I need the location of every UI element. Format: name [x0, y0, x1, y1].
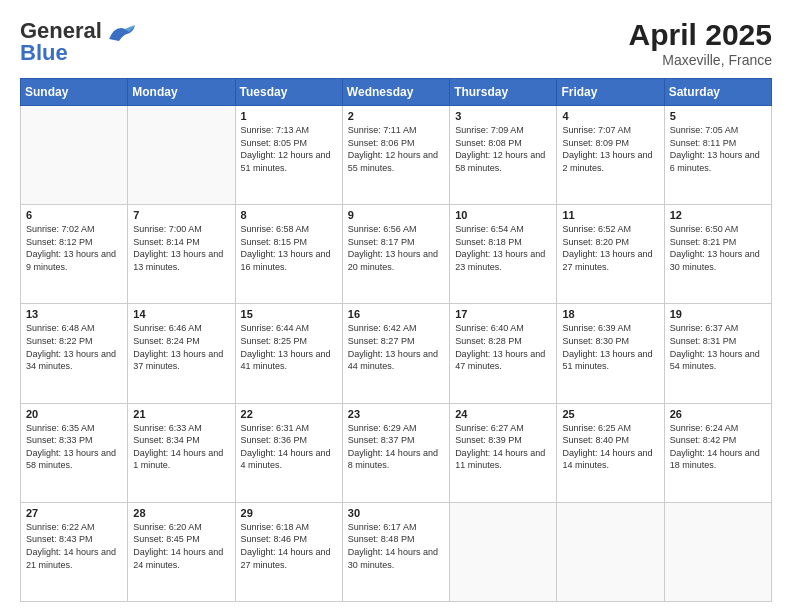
day-info: Sunrise: 6:17 AM Sunset: 8:48 PM Dayligh… — [348, 521, 444, 571]
day-number: 19 — [670, 308, 766, 320]
day-number: 3 — [455, 110, 551, 122]
day-number: 29 — [241, 507, 337, 519]
day-cell: 25Sunrise: 6:25 AM Sunset: 8:40 PM Dayli… — [557, 403, 664, 502]
day-cell: 26Sunrise: 6:24 AM Sunset: 8:42 PM Dayli… — [664, 403, 771, 502]
day-cell: 15Sunrise: 6:44 AM Sunset: 8:25 PM Dayli… — [235, 304, 342, 403]
day-cell: 30Sunrise: 6:17 AM Sunset: 8:48 PM Dayli… — [342, 502, 449, 601]
day-number: 20 — [26, 408, 122, 420]
day-info: Sunrise: 6:39 AM Sunset: 8:30 PM Dayligh… — [562, 322, 658, 372]
day-cell: 14Sunrise: 6:46 AM Sunset: 8:24 PM Dayli… — [128, 304, 235, 403]
day-number: 14 — [133, 308, 229, 320]
logo-blue: Blue — [20, 40, 68, 66]
day-cell: 8Sunrise: 6:58 AM Sunset: 8:15 PM Daylig… — [235, 205, 342, 304]
day-number: 17 — [455, 308, 551, 320]
day-cell: 13Sunrise: 6:48 AM Sunset: 8:22 PM Dayli… — [21, 304, 128, 403]
day-cell — [664, 502, 771, 601]
day-info: Sunrise: 6:25 AM Sunset: 8:40 PM Dayligh… — [562, 422, 658, 472]
day-number: 8 — [241, 209, 337, 221]
day-info: Sunrise: 6:24 AM Sunset: 8:42 PM Dayligh… — [670, 422, 766, 472]
day-cell — [21, 106, 128, 205]
day-info: Sunrise: 7:13 AM Sunset: 8:05 PM Dayligh… — [241, 124, 337, 174]
day-number: 9 — [348, 209, 444, 221]
day-info: Sunrise: 6:22 AM Sunset: 8:43 PM Dayligh… — [26, 521, 122, 571]
day-cell: 22Sunrise: 6:31 AM Sunset: 8:36 PM Dayli… — [235, 403, 342, 502]
day-cell — [557, 502, 664, 601]
day-number: 6 — [26, 209, 122, 221]
day-number: 7 — [133, 209, 229, 221]
day-number: 5 — [670, 110, 766, 122]
day-cell: 7Sunrise: 7:00 AM Sunset: 8:14 PM Daylig… — [128, 205, 235, 304]
col-header-friday: Friday — [557, 79, 664, 106]
day-cell — [128, 106, 235, 205]
day-cell: 16Sunrise: 6:42 AM Sunset: 8:27 PM Dayli… — [342, 304, 449, 403]
week-row-4: 20Sunrise: 6:35 AM Sunset: 8:33 PM Dayli… — [21, 403, 772, 502]
day-info: Sunrise: 7:09 AM Sunset: 8:08 PM Dayligh… — [455, 124, 551, 174]
col-header-saturday: Saturday — [664, 79, 771, 106]
day-info: Sunrise: 6:42 AM Sunset: 8:27 PM Dayligh… — [348, 322, 444, 372]
logo: General Blue — [20, 18, 137, 66]
day-number: 12 — [670, 209, 766, 221]
day-cell: 17Sunrise: 6:40 AM Sunset: 8:28 PM Dayli… — [450, 304, 557, 403]
day-info: Sunrise: 7:07 AM Sunset: 8:09 PM Dayligh… — [562, 124, 658, 174]
day-cell: 28Sunrise: 6:20 AM Sunset: 8:45 PM Dayli… — [128, 502, 235, 601]
day-info: Sunrise: 6:40 AM Sunset: 8:28 PM Dayligh… — [455, 322, 551, 372]
day-number: 23 — [348, 408, 444, 420]
col-header-sunday: Sunday — [21, 79, 128, 106]
day-number: 26 — [670, 408, 766, 420]
day-info: Sunrise: 6:31 AM Sunset: 8:36 PM Dayligh… — [241, 422, 337, 472]
day-number: 30 — [348, 507, 444, 519]
day-info: Sunrise: 6:48 AM Sunset: 8:22 PM Dayligh… — [26, 322, 122, 372]
day-info: Sunrise: 6:18 AM Sunset: 8:46 PM Dayligh… — [241, 521, 337, 571]
day-number: 2 — [348, 110, 444, 122]
day-cell — [450, 502, 557, 601]
day-cell: 6Sunrise: 7:02 AM Sunset: 8:12 PM Daylig… — [21, 205, 128, 304]
day-number: 24 — [455, 408, 551, 420]
day-info: Sunrise: 7:02 AM Sunset: 8:12 PM Dayligh… — [26, 223, 122, 273]
day-cell: 1Sunrise: 7:13 AM Sunset: 8:05 PM Daylig… — [235, 106, 342, 205]
day-info: Sunrise: 6:20 AM Sunset: 8:45 PM Dayligh… — [133, 521, 229, 571]
day-cell: 2Sunrise: 7:11 AM Sunset: 8:06 PM Daylig… — [342, 106, 449, 205]
day-cell: 24Sunrise: 6:27 AM Sunset: 8:39 PM Dayli… — [450, 403, 557, 502]
day-cell: 19Sunrise: 6:37 AM Sunset: 8:31 PM Dayli… — [664, 304, 771, 403]
col-header-wednesday: Wednesday — [342, 79, 449, 106]
day-cell: 29Sunrise: 6:18 AM Sunset: 8:46 PM Dayli… — [235, 502, 342, 601]
day-cell: 12Sunrise: 6:50 AM Sunset: 8:21 PM Dayli… — [664, 205, 771, 304]
day-number: 15 — [241, 308, 337, 320]
day-info: Sunrise: 6:35 AM Sunset: 8:33 PM Dayligh… — [26, 422, 122, 472]
day-info: Sunrise: 6:44 AM Sunset: 8:25 PM Dayligh… — [241, 322, 337, 372]
day-info: Sunrise: 6:54 AM Sunset: 8:18 PM Dayligh… — [455, 223, 551, 273]
day-info: Sunrise: 6:46 AM Sunset: 8:24 PM Dayligh… — [133, 322, 229, 372]
day-info: Sunrise: 6:29 AM Sunset: 8:37 PM Dayligh… — [348, 422, 444, 472]
page-header: General Blue April 2025 Maxeville, Franc… — [20, 18, 772, 68]
day-info: Sunrise: 7:00 AM Sunset: 8:14 PM Dayligh… — [133, 223, 229, 273]
calendar-table: SundayMondayTuesdayWednesdayThursdayFrid… — [20, 78, 772, 602]
week-row-5: 27Sunrise: 6:22 AM Sunset: 8:43 PM Dayli… — [21, 502, 772, 601]
calendar-header-row: SundayMondayTuesdayWednesdayThursdayFrid… — [21, 79, 772, 106]
week-row-3: 13Sunrise: 6:48 AM Sunset: 8:22 PM Dayli… — [21, 304, 772, 403]
title-block: April 2025 Maxeville, France — [629, 18, 772, 68]
day-cell: 3Sunrise: 7:09 AM Sunset: 8:08 PM Daylig… — [450, 106, 557, 205]
day-info: Sunrise: 6:50 AM Sunset: 8:21 PM Dayligh… — [670, 223, 766, 273]
day-cell: 21Sunrise: 6:33 AM Sunset: 8:34 PM Dayli… — [128, 403, 235, 502]
month-year-title: April 2025 — [629, 18, 772, 52]
day-number: 13 — [26, 308, 122, 320]
day-number: 21 — [133, 408, 229, 420]
location-subtitle: Maxeville, France — [629, 52, 772, 68]
day-number: 25 — [562, 408, 658, 420]
day-cell: 11Sunrise: 6:52 AM Sunset: 8:20 PM Dayli… — [557, 205, 664, 304]
day-cell: 23Sunrise: 6:29 AM Sunset: 8:37 PM Dayli… — [342, 403, 449, 502]
col-header-tuesday: Tuesday — [235, 79, 342, 106]
day-number: 18 — [562, 308, 658, 320]
logo-bird-icon — [105, 21, 137, 43]
week-row-2: 6Sunrise: 7:02 AM Sunset: 8:12 PM Daylig… — [21, 205, 772, 304]
day-info: Sunrise: 6:58 AM Sunset: 8:15 PM Dayligh… — [241, 223, 337, 273]
day-info: Sunrise: 6:27 AM Sunset: 8:39 PM Dayligh… — [455, 422, 551, 472]
day-number: 28 — [133, 507, 229, 519]
col-header-thursday: Thursday — [450, 79, 557, 106]
day-number: 27 — [26, 507, 122, 519]
day-info: Sunrise: 6:56 AM Sunset: 8:17 PM Dayligh… — [348, 223, 444, 273]
day-info: Sunrise: 6:37 AM Sunset: 8:31 PM Dayligh… — [670, 322, 766, 372]
day-cell: 5Sunrise: 7:05 AM Sunset: 8:11 PM Daylig… — [664, 106, 771, 205]
day-number: 11 — [562, 209, 658, 221]
day-info: Sunrise: 6:33 AM Sunset: 8:34 PM Dayligh… — [133, 422, 229, 472]
